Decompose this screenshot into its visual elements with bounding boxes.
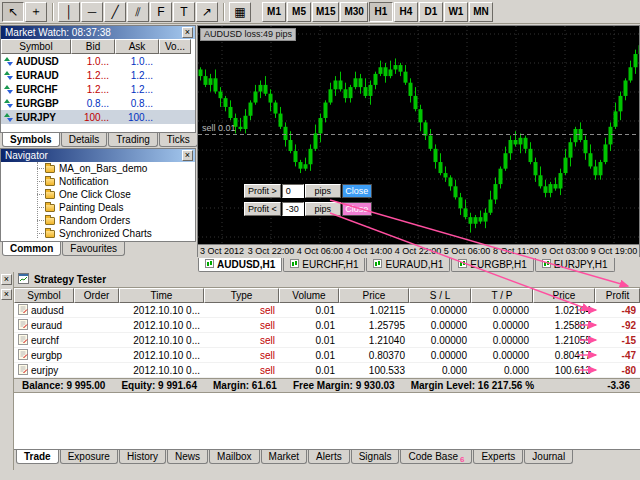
date-label: 5 Oct 06:00 — [444, 246, 491, 256]
timeframe-m30-button[interactable]: M30 — [340, 2, 367, 22]
timeframe-h4-button[interactable]: H4 — [394, 2, 418, 22]
chart-window[interactable]: AUDUSD loss:49 pips sell 0.01 Profit > 0… — [197, 25, 640, 257]
navigator-item[interactable]: Notification — [1, 175, 195, 188]
timeframe-m5-button[interactable]: M5 — [287, 2, 311, 22]
close-icon[interactable]: × — [182, 150, 193, 161]
horizontal-line-icon[interactable]: ─ — [81, 2, 103, 22]
navigator-item[interactable]: One Click Close — [1, 188, 195, 201]
text-icon[interactable]: T — [173, 2, 195, 22]
chart-tab-euraud-h1[interactable]: EURAUD,H1 — [366, 258, 450, 272]
trade-row[interactable]: eurjpy2012.10.10 0...sell0.01100.5330.00… — [14, 363, 640, 378]
trade-column-header[interactable]: Order — [74, 288, 119, 303]
tab-signals[interactable]: Signals — [351, 450, 400, 464]
market-watch-column-header[interactable]: Bid — [71, 39, 115, 54]
symbol-icon — [4, 85, 13, 94]
tab-alerts[interactable]: Alerts — [308, 450, 350, 464]
profit-gt-input[interactable]: 0 — [282, 184, 304, 198]
trade-row[interactable]: euraud2012.10.10 0...sell0.011.257950.00… — [14, 318, 640, 333]
tab-label: Ticks — [167, 134, 190, 145]
bid-cell: 100... — [71, 112, 115, 123]
market-watch-row[interactable]: AUDUSD1.0...1.0... — [1, 54, 195, 68]
market-watch-column-header[interactable]: Vo... — [159, 39, 191, 54]
tab-ticks[interactable]: Ticks — [159, 133, 198, 147]
trade-cell-order — [74, 303, 119, 317]
trade-column-header[interactable]: Price — [533, 288, 595, 303]
close-profit-gt-button[interactable]: Close — [342, 184, 372, 198]
navigator-item[interactable]: MA_on_Bars_demo — [1, 162, 195, 175]
tab-journal[interactable]: Journal — [524, 450, 573, 464]
trade-row[interactable]: audusd2012.10.10 0...sell0.011.021150.00… — [14, 303, 640, 318]
tab-trading[interactable]: Trading — [108, 133, 158, 147]
trade-column-header[interactable]: Type — [204, 288, 279, 303]
indicators-icon[interactable]: ▦ — [229, 2, 251, 22]
tab-favourites[interactable]: Favourites — [62, 242, 125, 256]
account-summary-row: Balance: 9 995.00Equity: 9 991.64Margin:… — [14, 378, 640, 393]
symbol-cell: EURGBP — [1, 98, 71, 109]
chart-tab-eurchf-h1[interactable]: EURCHF,H1 — [283, 258, 365, 272]
tab-experts[interactable]: Experts — [473, 450, 523, 464]
ask-cell: 1.2... — [115, 84, 159, 95]
trade-cell-tp: 0.00000 — [471, 318, 533, 332]
tab-details[interactable]: Details — [61, 133, 108, 147]
market-watch-column-header[interactable]: Symbol — [1, 39, 71, 54]
tab-trade[interactable]: Trade — [16, 450, 59, 464]
trade-column-header[interactable]: Price — [339, 288, 409, 303]
tab-exposure[interactable]: Exposure — [60, 450, 118, 464]
market-watch-body: AUDUSD1.0...1.0...EURAUD1.2...1.2...EURC… — [1, 54, 195, 124]
pips-label: pips — [305, 184, 341, 198]
navigator-item[interactable]: Random Orders — [1, 214, 195, 227]
market-watch-row[interactable]: EURCHF1.2...1.2... — [1, 82, 195, 96]
navigator-item[interactable]: Synchronized Charts — [1, 227, 195, 240]
chart-tab-audusd-h1[interactable]: AUDUSD,H1 — [198, 258, 282, 272]
timeframe-w1-button[interactable]: W1 — [444, 2, 468, 22]
close-profit-lt-button[interactable]: Close — [342, 202, 372, 216]
timeframe-mn-button[interactable]: MN — [469, 2, 493, 22]
close-toolbox-icon[interactable]: × — [1, 289, 12, 300]
trade-column-header[interactable]: S / L — [409, 288, 471, 303]
tab-symbols[interactable]: Symbols — [2, 133, 60, 147]
chart-tab-eurgbp-h1[interactable]: EURGBP,H1 — [451, 258, 534, 272]
timeframe-m15-button[interactable]: M15 — [312, 2, 339, 22]
profit-lt-input[interactable]: -30 — [282, 202, 304, 216]
trade-column-header[interactable]: T / P — [471, 288, 533, 303]
channel-icon[interactable]: ⫽ — [127, 2, 149, 22]
trade-cell-type: sell — [204, 363, 279, 377]
timeframe-m1-button[interactable]: M1 — [262, 2, 286, 22]
market-watch-row[interactable]: EURJPY100...100... — [1, 110, 195, 124]
tab-label: Exposure — [68, 451, 110, 462]
close-tester-icon[interactable]: × — [1, 274, 12, 285]
tab-label: Trading — [116, 134, 150, 145]
crosshair-icon[interactable]: ＋ — [25, 2, 47, 22]
tab-history[interactable]: History — [119, 450, 166, 464]
tab-mailbox[interactable]: Mailbox — [209, 450, 259, 464]
cursor-icon[interactable]: ↖ — [2, 2, 24, 22]
timeframe-d1-button[interactable]: D1 — [419, 2, 443, 22]
fibonacci-icon[interactable]: F — [150, 2, 172, 22]
trade-column-header[interactable]: Profit — [595, 288, 640, 303]
close-icon[interactable]: × — [182, 27, 193, 38]
navigator-item[interactable]: Painting Deals — [1, 201, 195, 214]
arrows-icon[interactable]: ↗ — [196, 2, 218, 22]
trade-cell-symbol: audusd — [14, 303, 74, 317]
chart-tab-eurjpy-h1[interactable]: EURJPY,H1 — [535, 258, 615, 272]
tab-label: History — [127, 451, 158, 462]
navigator-item-label: Notification — [59, 176, 108, 187]
trade-row[interactable]: eurchf2012.10.10 0...sell0.011.210400.00… — [14, 333, 640, 348]
trade-row[interactable]: eurgbp2012.10.10 0...sell0.010.803700.00… — [14, 348, 640, 363]
tab-market[interactable]: Market — [261, 450, 308, 464]
trade-cell-open-price: 1.21040 — [339, 333, 409, 347]
market-watch-column-header[interactable]: Ask — [115, 39, 159, 54]
trade-column-header[interactable]: Time — [119, 288, 204, 303]
bid-cell: 1.2... — [71, 70, 115, 81]
vertical-line-icon[interactable]: │ — [58, 2, 80, 22]
market-watch-row[interactable]: EURGBP0.8...0.8... — [1, 96, 195, 110]
trendline-icon[interactable]: ╱ — [104, 2, 126, 22]
tab-code-base[interactable]: Code Base6 — [400, 450, 472, 464]
trade-column-header[interactable]: Symbol — [14, 288, 74, 303]
tab-news[interactable]: News — [167, 450, 208, 464]
trade-cell-time: 2012.10.10 0... — [119, 303, 204, 317]
tab-common[interactable]: Common — [2, 242, 61, 256]
trade-column-header[interactable]: Volume — [279, 288, 339, 303]
market-watch-row[interactable]: EURAUD1.2...1.2... — [1, 68, 195, 82]
timeframe-h1-button[interactable]: H1 — [369, 2, 393, 22]
